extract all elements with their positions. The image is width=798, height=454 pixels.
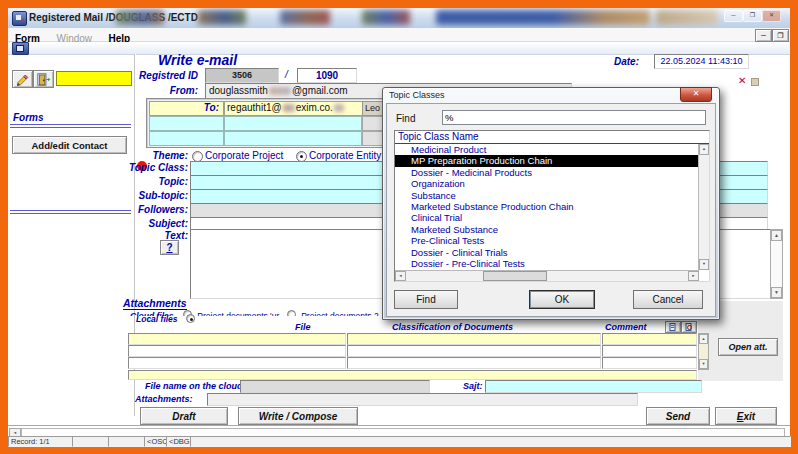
form-close-x-badge — [751, 78, 759, 86]
status-record-cell: Record: 1/1 — [8, 436, 74, 447]
exit-button[interactable]: Exit — [715, 407, 777, 425]
topic-class-item[interactable]: Dossier - Pre-Clinical Tests — [395, 258, 709, 269]
window-close-button[interactable]: ✕ — [762, 10, 781, 22]
app-window: Registered Mail /DOUGLASS /ECTD ─ ❐ ✕ Fo… — [8, 8, 790, 446]
mdi-minimize-icon: ─ — [761, 31, 766, 41]
sidebar-divider — [10, 124, 131, 128]
comment-cell-row1[interactable] — [602, 333, 697, 345]
list-scroll-up[interactable]: ▲ — [699, 144, 709, 155]
classification-cell-row3[interactable] — [347, 357, 601, 369]
from-redacted-segment — [269, 87, 291, 95]
toolbar-window-icon-button[interactable] — [12, 42, 29, 55]
cloud-option2-label[interactable]: Project documents 2 — [301, 311, 378, 316]
window-title: Registered Mail /DOUGLASS /ECTD — [29, 12, 198, 23]
attachments-list-input — [207, 393, 638, 406]
pencil-icon — [15, 73, 30, 86]
app-icon — [12, 11, 27, 26]
list-vscrollbar[interactable]: ▲ ▼ — [698, 144, 709, 270]
text-body-scrollbar[interactable]: ▲ ▼ — [770, 229, 783, 299]
screen-frame: Registered Mail /DOUGLASS /ECTD ─ ❐ ✕ Fo… — [0, 0, 798, 454]
topic-class-item[interactable]: Marketed Substance — [395, 224, 709, 235]
attachments-grid-scrollbar[interactable]: ▲ ▼ — [698, 333, 709, 370]
to-value-mid: exim.co. — [296, 102, 333, 113]
send-button[interactable]: Send — [646, 407, 710, 425]
sajt-input[interactable] — [485, 380, 702, 393]
list-header: Topic Class Name — [395, 131, 709, 144]
classification-cell-row2[interactable] — [347, 345, 601, 357]
list-hscroll-thumb[interactable] — [483, 271, 547, 281]
find-input[interactable] — [442, 110, 706, 125]
comment-cell-row2[interactable] — [602, 345, 697, 357]
topic-class-item[interactable]: Clinical Trial — [395, 212, 709, 223]
file-cell-row2[interactable] — [128, 345, 346, 357]
grid-scroll-down[interactable]: ▼ — [699, 359, 708, 369]
redacted-blob — [436, 10, 650, 25]
doc-tool-icon-button-1[interactable] — [665, 321, 681, 333]
theme-project-label[interactable]: Corporate Project — [205, 150, 283, 161]
maximize-icon: ❐ — [750, 12, 755, 18]
to-row2-input[interactable] — [224, 116, 362, 131]
file-cell-row1[interactable] — [128, 333, 346, 345]
to-row3-input[interactable] — [224, 131, 362, 146]
exit-door-icon — [36, 73, 51, 86]
comment-cell-row3[interactable] — [602, 357, 697, 369]
classification-column-header: Classification of Documents — [392, 322, 513, 332]
local-files-radio[interactable] — [186, 314, 195, 323]
app-icon-dot2 — [21, 19, 24, 22]
topic-class-item[interactable]: Medicinal Product — [395, 144, 709, 155]
mdi-restore-button[interactable]: ❐ — [772, 29, 789, 42]
window-maximize-button[interactable]: ❐ — [743, 10, 762, 22]
dialog-title[interactable]: Topic Classes — [389, 90, 445, 100]
dialog-cancel-button[interactable]: Cancel — [633, 290, 703, 309]
classification-cell-row1[interactable] — [347, 333, 601, 345]
topic-class-item[interactable]: Dossier - Clinical Trials — [395, 247, 709, 258]
list-scroll-left[interactable]: ◄ — [395, 271, 406, 281]
dialog-body: Find Topic Class Name Medicinal Product … — [386, 103, 716, 317]
topic-class-item-selected[interactable]: MP Preparation Production Chain — [395, 155, 709, 166]
toolbar-icon-glyph — [16, 45, 24, 52]
doc-tool-icon-button-2[interactable] — [681, 321, 697, 333]
theme-label: Theme: — [88, 150, 188, 161]
topic-class-item[interactable]: Pre-Clinical Tests — [395, 235, 709, 246]
draft-button[interactable]: Draft — [140, 407, 228, 425]
dialog-find-button[interactable]: Find — [394, 290, 458, 309]
scroll-up-button[interactable]: ▲ — [771, 230, 782, 241]
topic-class-item[interactable]: Dossier - Medicinal Products — [395, 167, 709, 178]
dialog-close-button[interactable]: ✕ — [680, 87, 712, 102]
exit-door-quick-button[interactable] — [33, 70, 54, 88]
redacted-blob — [116, 10, 164, 25]
edit-contact-quick-button[interactable] — [12, 70, 33, 88]
doc-search-icon — [685, 323, 693, 331]
topic-class-item[interactable]: Organization — [395, 178, 709, 189]
to-input[interactable]: regauthit1@exim.co. — [224, 101, 364, 116]
redacted-blob — [198, 10, 246, 25]
exit-label: Exit — [737, 411, 755, 422]
forms-section-heading: Forms — [13, 112, 44, 123]
topic-class-label: Topic Class: — [88, 162, 188, 173]
grid-scroll-up[interactable]: ▲ — [699, 334, 708, 344]
write-compose-button[interactable]: Write / Compose — [238, 407, 358, 425]
open-attachment-button[interactable]: Open att. — [718, 338, 778, 356]
topic-class-item[interactable]: Substance — [395, 190, 709, 201]
topic-class-item[interactable]: Marketed Substance Production Chain — [395, 201, 709, 212]
dialog-ok-button[interactable]: OK — [529, 290, 595, 309]
file-name-cloud-label: File name on the cloud — [145, 381, 243, 391]
list-scroll-right[interactable]: ► — [688, 271, 699, 281]
theme-entity-label[interactable]: Corporate Entity — [309, 150, 381, 161]
status-empty-cell-2 — [108, 436, 146, 447]
form-close-x-button[interactable]: ✕ — [738, 75, 752, 86]
scroll-down-button[interactable]: ▼ — [771, 287, 782, 298]
mdi-minimize-button[interactable]: ─ — [755, 29, 772, 42]
list-hscrollbar[interactable]: ◄ ► — [395, 270, 699, 281]
attachments-list-label: Attachments: — [135, 394, 193, 404]
file-cell-row3[interactable] — [128, 357, 346, 369]
window-minimize-button[interactable]: ─ — [724, 10, 743, 22]
send-label: Send — [666, 411, 690, 422]
cloud-option2-radio[interactable] — [287, 310, 296, 316]
followers-label: Followers: — [88, 204, 188, 215]
title-bar[interactable]: Registered Mail /DOUGLASS /ECTD ─ ❐ ✕ — [8, 8, 790, 29]
comment-column-header: Comment — [605, 322, 647, 332]
list-scroll-down[interactable]: ▼ — [699, 259, 709, 270]
text-help-button[interactable]: ? — [160, 240, 179, 255]
cloud-option1-label[interactable]: Project documents 'ur — [197, 311, 279, 316]
